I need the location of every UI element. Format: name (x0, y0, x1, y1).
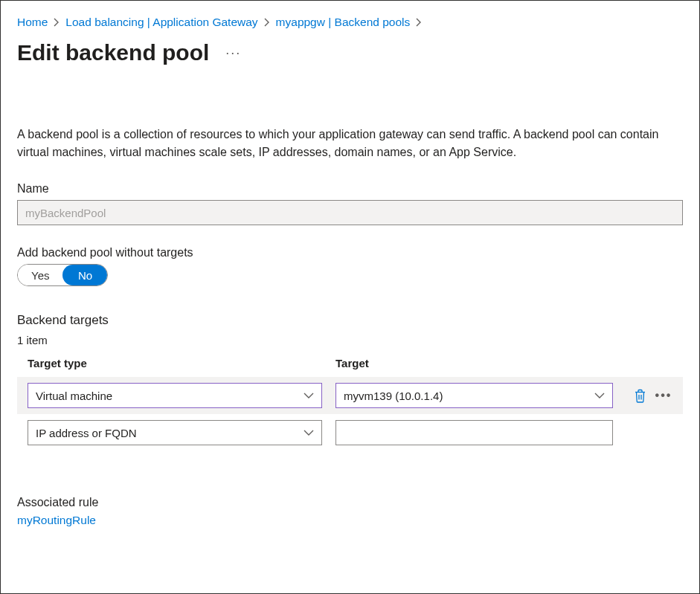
chevron-down-icon (304, 392, 314, 399)
associated-rule-link[interactable]: myRoutingRule (17, 514, 96, 526)
without-targets-toggle[interactable]: Yes No (17, 264, 108, 286)
trash-icon (634, 389, 646, 403)
chevron-down-icon (594, 392, 605, 399)
breadcrumb-load-balancing[interactable]: Load balancing | Application Gateway (65, 16, 257, 29)
column-actions (626, 357, 672, 369)
target-type-value: IP address or FQDN (36, 427, 137, 439)
column-target: Target (335, 357, 613, 369)
toggle-no[interactable]: No (62, 265, 107, 285)
chevron-down-icon (304, 429, 314, 436)
delete-row-button[interactable] (631, 387, 649, 404)
chevron-right-icon (54, 18, 60, 27)
table-row: Virtual machine myvm139 (10.0.1.4) (17, 377, 683, 414)
more-actions-button[interactable]: ··· (222, 42, 244, 64)
breadcrumb: Home Load balancing | Application Gatewa… (17, 16, 683, 29)
toggle-yes[interactable]: Yes (18, 265, 62, 285)
target-type-select[interactable]: Virtual machine (28, 383, 322, 408)
target-value: myvm139 (10.0.1.4) (344, 390, 443, 402)
table-row: IP address or FQDN (17, 414, 683, 451)
backend-targets-heading: Backend targets (17, 313, 683, 328)
chevron-right-icon (264, 18, 270, 27)
column-target-type: Target type (28, 357, 322, 369)
page-title: Edit backend pool (17, 39, 209, 66)
more-icon: ••• (655, 389, 672, 402)
target-type-value: Virtual machine (36, 390, 112, 402)
without-targets-label: Add backend pool without targets (17, 246, 683, 259)
associated-rule-section: Associated rule myRoutingRule (17, 496, 683, 527)
associated-rule-label: Associated rule (17, 496, 683, 509)
target-type-select[interactable]: IP address or FQDN (28, 420, 322, 445)
name-input (17, 200, 683, 225)
backend-targets-table: Target type Target Virtual machine myvm1… (17, 357, 683, 451)
chevron-right-icon (416, 18, 422, 27)
target-select[interactable]: myvm139 (10.0.1.4) (335, 383, 613, 408)
page-header: Edit backend pool ··· (17, 39, 683, 66)
breadcrumb-home[interactable]: Home (17, 16, 48, 29)
breadcrumb-backend-pools[interactable]: myappgw | Backend pools (276, 16, 411, 29)
row-more-button[interactable]: ••• (655, 387, 672, 404)
table-header: Target type Target (17, 357, 683, 377)
page-description: A backend pool is a collection of resour… (17, 126, 683, 161)
backend-targets-count: 1 item (17, 334, 683, 346)
name-label: Name (17, 182, 683, 196)
target-input[interactable] (335, 420, 613, 445)
